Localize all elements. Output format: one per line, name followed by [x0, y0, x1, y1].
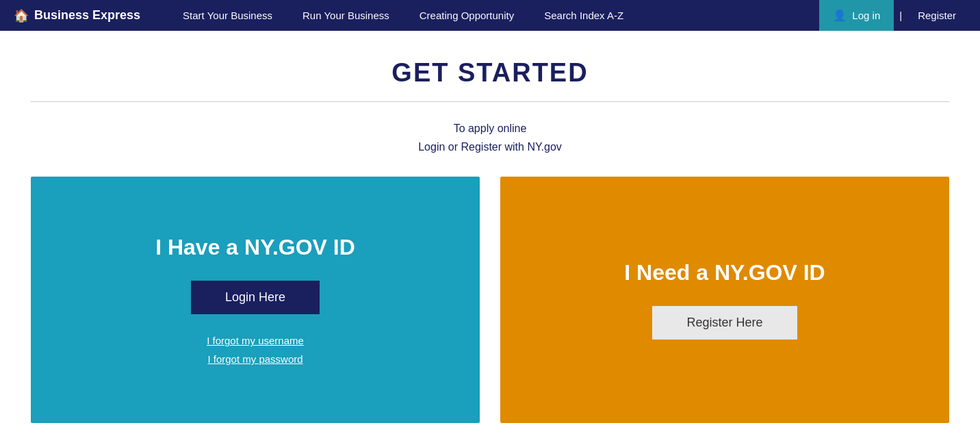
user-icon: 👤: [833, 9, 847, 22]
login-link[interactable]: 👤 Log in: [819, 0, 894, 31]
subtitle-line2: Login or Register with NY.gov: [31, 138, 949, 156]
forgot-password-link[interactable]: I forgot my password: [207, 353, 302, 365]
card-have-id: I Have a NY.GOV ID Login Here I forgot m…: [31, 177, 480, 423]
card-need-title: I Need a NY.GOV ID: [624, 260, 825, 285]
home-icon: 🏠: [14, 8, 29, 23]
navbar: 🏠 Business Express Start Your Business R…: [0, 0, 980, 31]
nav-links: Start Your Business Run Your Business Cr…: [168, 0, 819, 31]
card-links: I forgot my username I forgot my passwor…: [207, 335, 304, 365]
cards-container: I Have a NY.GOV ID Login Here I forgot m…: [31, 177, 949, 423]
subtitle: To apply online Login or Register with N…: [31, 119, 949, 156]
login-label: Log in: [852, 10, 880, 21]
nav-creating-opportunity[interactable]: Creating Opportunity: [404, 0, 529, 31]
nav-run-your-business[interactable]: Run Your Business: [287, 0, 404, 31]
main-content: GET STARTED To apply online Login or Reg…: [0, 31, 980, 423]
card-need-id: I Need a NY.GOV ID Register Here: [500, 177, 949, 423]
divider: [31, 101, 949, 102]
nav-search-index[interactable]: Search Index A-Z: [529, 0, 639, 31]
page-title: GET STARTED: [31, 58, 949, 88]
register-button[interactable]: Register Here: [652, 306, 797, 340]
brand-name: Business Express: [34, 8, 140, 23]
forgot-username-link[interactable]: I forgot my username: [207, 335, 304, 346]
login-button[interactable]: Login Here: [191, 281, 320, 314]
nav-divider: |: [899, 10, 902, 21]
nav-right: 👤 Log in | Register: [819, 0, 966, 31]
card-have-title: I Have a NY.GOV ID: [155, 235, 355, 260]
nav-start-your-business[interactable]: Start Your Business: [168, 0, 287, 31]
register-link[interactable]: Register: [907, 0, 966, 31]
subtitle-line1: To apply online: [31, 119, 949, 138]
brand-logo[interactable]: 🏠 Business Express: [14, 8, 140, 23]
